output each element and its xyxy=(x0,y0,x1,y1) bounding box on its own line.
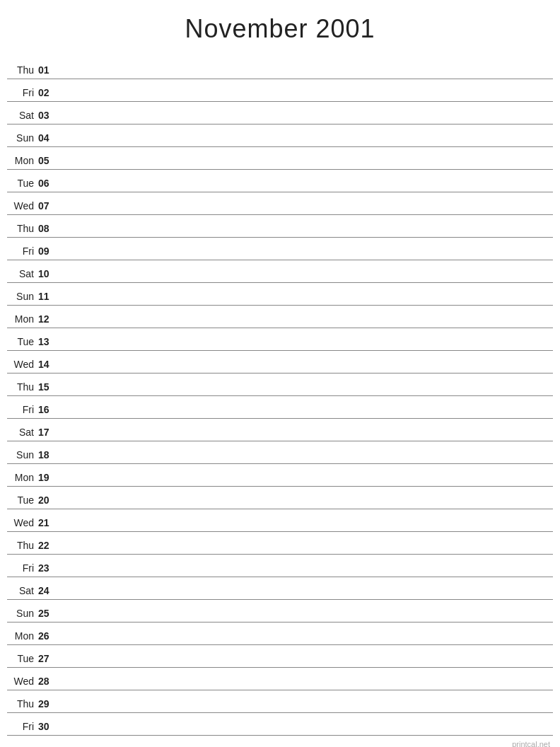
day-number: 11 xyxy=(37,291,57,305)
day-label: Thu xyxy=(7,698,37,712)
calendar-row: Mon26 xyxy=(7,622,553,645)
day-label: Fri xyxy=(7,87,37,101)
calendar-row: Tue06 xyxy=(7,170,553,192)
calendar-row: Sat24 xyxy=(7,577,553,600)
day-number: 07 xyxy=(37,200,57,214)
calendar-row: Thu08 xyxy=(7,215,553,238)
day-number: 06 xyxy=(37,178,57,192)
calendar-row: Sat03 xyxy=(7,102,553,124)
day-label: Sun xyxy=(7,132,37,146)
day-number: 13 xyxy=(37,336,57,350)
day-number: 10 xyxy=(37,268,57,282)
day-number: 25 xyxy=(37,608,57,622)
day-label: Thu xyxy=(7,381,37,395)
day-label: Thu xyxy=(7,540,37,554)
page-title: November 2001 xyxy=(7,14,553,44)
day-number: 16 xyxy=(37,404,57,418)
day-label: Mon xyxy=(7,472,37,486)
calendar-row: Fri30 xyxy=(7,713,553,736)
day-number: 17 xyxy=(37,427,57,441)
calendar-row: Fri09 xyxy=(7,238,553,260)
calendar-row: Sun25 xyxy=(7,600,553,622)
calendar-row: Tue20 xyxy=(7,487,553,509)
day-number: 12 xyxy=(37,313,57,328)
day-label: Sat xyxy=(7,110,37,124)
day-label: Wed xyxy=(7,676,37,690)
day-label: Thu xyxy=(7,64,37,79)
calendar-row: Fri02 xyxy=(7,79,553,102)
day-number: 21 xyxy=(37,517,57,531)
watermark: printcal.net xyxy=(512,740,550,747)
day-number: 26 xyxy=(37,630,57,644)
calendar-grid: Thu01Fri02Sat03Sun04Mon05Tue06Wed07Thu08… xyxy=(7,57,553,736)
calendar-row: Thu22 xyxy=(7,532,553,555)
day-label: Tue xyxy=(7,178,37,192)
day-number: 27 xyxy=(37,653,57,667)
calendar-row: Thu01 xyxy=(7,57,553,79)
day-number: 23 xyxy=(37,562,57,577)
day-label: Sun xyxy=(7,449,37,463)
day-number: 18 xyxy=(37,449,57,463)
day-label: Wed xyxy=(7,359,37,373)
day-label: Mon xyxy=(7,630,37,644)
day-number: 14 xyxy=(37,359,57,373)
day-label: Fri xyxy=(7,245,37,260)
day-label: Sat xyxy=(7,585,37,599)
day-number: 09 xyxy=(37,245,57,260)
calendar-row: Tue13 xyxy=(7,328,553,351)
calendar-row: Fri16 xyxy=(7,396,553,419)
day-label: Sun xyxy=(7,608,37,622)
calendar-row: Wed07 xyxy=(7,192,553,215)
day-number: 08 xyxy=(37,223,57,237)
day-number: 28 xyxy=(37,676,57,690)
day-number: 01 xyxy=(37,64,57,79)
calendar-row: Sat17 xyxy=(7,419,553,441)
day-label: Fri xyxy=(7,721,37,735)
day-label: Sat xyxy=(7,268,37,282)
day-number: 02 xyxy=(37,87,57,101)
day-number: 19 xyxy=(37,472,57,486)
calendar-row: Thu15 xyxy=(7,374,553,396)
calendar-row: Mon19 xyxy=(7,464,553,487)
day-label: Thu xyxy=(7,223,37,237)
day-number: 22 xyxy=(37,540,57,554)
day-number: 29 xyxy=(37,698,57,712)
calendar-row: Thu29 xyxy=(7,690,553,713)
day-number: 04 xyxy=(37,132,57,146)
calendar-row: Tue27 xyxy=(7,645,553,668)
calendar-row: Mon12 xyxy=(7,306,553,328)
day-label: Tue xyxy=(7,653,37,667)
calendar-row: Wed28 xyxy=(7,668,553,690)
day-number: 05 xyxy=(37,155,57,169)
calendar-row: Sun18 xyxy=(7,441,553,464)
day-number: 15 xyxy=(37,381,57,395)
day-label: Fri xyxy=(7,562,37,577)
calendar-row: Fri23 xyxy=(7,555,553,577)
day-label: Sat xyxy=(7,427,37,441)
day-label: Tue xyxy=(7,336,37,350)
day-number: 30 xyxy=(37,721,57,735)
calendar-row: Mon05 xyxy=(7,147,553,170)
day-label: Mon xyxy=(7,155,37,169)
day-number: 03 xyxy=(37,110,57,124)
calendar-row: Sat10 xyxy=(7,260,553,283)
day-label: Mon xyxy=(7,313,37,328)
day-label: Wed xyxy=(7,200,37,214)
day-label: Wed xyxy=(7,517,37,531)
calendar-row: Wed21 xyxy=(7,509,553,532)
calendar-row: Wed14 xyxy=(7,351,553,374)
day-number: 24 xyxy=(37,585,57,599)
page-container: November 2001 Thu01Fri02Sat03Sun04Mon05T… xyxy=(0,0,560,747)
day-number: 20 xyxy=(37,494,57,509)
day-label: Sun xyxy=(7,291,37,305)
calendar-row: Sun11 xyxy=(7,283,553,306)
day-label: Fri xyxy=(7,404,37,418)
day-label: Tue xyxy=(7,494,37,509)
calendar-row: Sun04 xyxy=(7,124,553,147)
